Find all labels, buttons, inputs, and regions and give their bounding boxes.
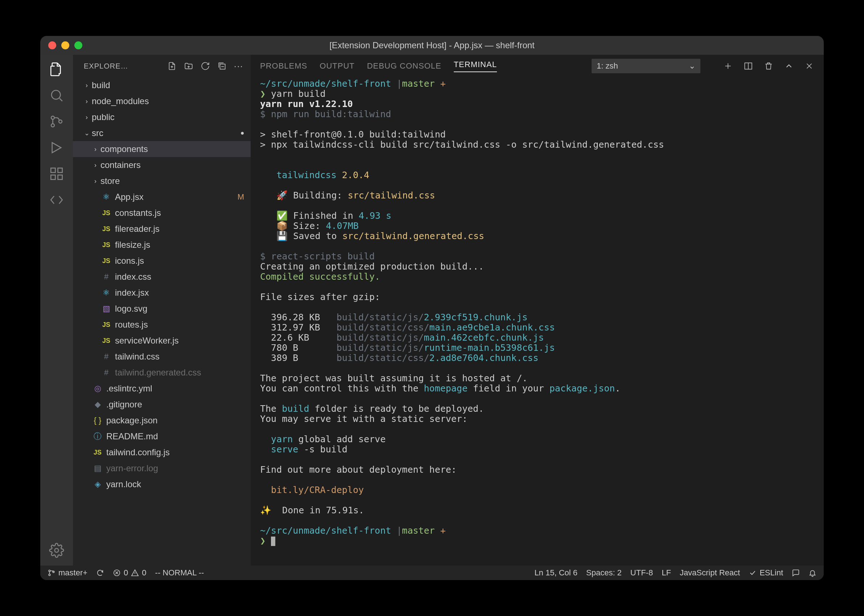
file-icon: # <box>101 272 112 281</box>
status-cursor-position[interactable]: Ln 15, Col 6 <box>534 568 577 578</box>
status-problems[interactable]: 0 0 <box>113 568 146 578</box>
activity-bar <box>40 55 73 566</box>
status-feedback-icon[interactable] <box>792 569 800 577</box>
run-debug-icon[interactable] <box>49 140 64 156</box>
file-tree[interactable]: ›build›node_modules›public⌄src•›componen… <box>73 77 251 566</box>
refresh-icon[interactable] <box>201 61 210 71</box>
tree-item-yarn-lock[interactable]: ◈yarn.lock <box>73 476 251 492</box>
explorer-sidebar: EXPLORE… ··· ›build›node_modules›public⌄… <box>73 55 251 566</box>
status-language[interactable]: JavaScript React <box>680 568 740 578</box>
main-area: EXPLORE… ··· ›build›node_modules›public⌄… <box>40 55 824 566</box>
svg-rect-6 <box>58 175 62 179</box>
tree-item-label: .gitignore <box>106 399 142 410</box>
tab-problems[interactable]: PROBLEMS <box>260 61 307 71</box>
tree-item-icons-js[interactable]: JSicons.js <box>73 253 251 269</box>
new-file-icon[interactable] <box>167 61 177 71</box>
tree-item-containers[interactable]: ›containers <box>73 157 251 173</box>
svg-point-11 <box>49 570 50 572</box>
window-title: [Extension Development Host] - App.jsx —… <box>329 40 535 50</box>
chevron-icon: ⌄ <box>82 129 92 137</box>
tree-item-index-jsx[interactable]: ⚛index.jsx <box>73 285 251 301</box>
file-icon: ◎ <box>92 384 104 393</box>
tree-item-tailwind-css[interactable]: #tailwind.css <box>73 349 251 365</box>
tab-output[interactable]: OUTPUT <box>320 61 354 71</box>
status-eol[interactable]: LF <box>661 568 671 578</box>
explorer-actions: ··· <box>167 61 243 71</box>
tree-item-src[interactable]: ⌄src• <box>73 125 251 141</box>
status-bell-icon[interactable] <box>809 569 817 577</box>
explorer-header: EXPLORE… ··· <box>73 55 251 77</box>
tree-item--gitignore[interactable]: ◆.gitignore <box>73 396 251 412</box>
chevron-icon: › <box>90 146 101 153</box>
tree-item-label: store <box>101 176 120 186</box>
chevron-down-icon: ⌄ <box>689 61 695 71</box>
explorer-title: EXPLORE… <box>84 62 167 71</box>
minimize-window-button[interactable] <box>61 41 69 49</box>
tree-item-index-css[interactable]: #index.css <box>73 269 251 285</box>
status-encoding[interactable]: UTF-8 <box>630 568 653 578</box>
more-actions-icon[interactable]: ··· <box>234 61 243 71</box>
settings-gear-icon[interactable] <box>49 542 64 558</box>
tree-item-logo-svg[interactable]: ▧logo.svg <box>73 301 251 317</box>
terminal-selector[interactable]: 1: zsh ⌄ <box>592 59 701 73</box>
tree-item-tailwind-generated-css[interactable]: #tailwind.generated.css <box>73 365 251 380</box>
editor-panel-area: PROBLEMS OUTPUT DEBUG CONSOLE TERMINAL 1… <box>251 55 824 566</box>
source-control-icon[interactable] <box>49 113 64 129</box>
remote-icon[interactable] <box>49 192 64 208</box>
tree-item-store[interactable]: ›store <box>73 173 251 189</box>
status-sync[interactable] <box>96 569 104 577</box>
extensions-icon[interactable] <box>49 166 64 182</box>
maximize-panel-icon[interactable] <box>784 61 794 71</box>
tree-item-public[interactable]: ›public <box>73 109 251 125</box>
terminal-actions <box>723 61 814 71</box>
tree-item-label: constants.js <box>115 208 161 218</box>
tree-item-label: public <box>92 112 115 122</box>
tab-terminal[interactable]: TERMINAL <box>454 60 497 72</box>
tree-item-package-json[interactable]: { }package.json <box>73 412 251 429</box>
file-icon: JS <box>101 241 112 249</box>
tree-item-app-jsx[interactable]: ⚛App.jsxM <box>73 189 251 205</box>
search-icon[interactable] <box>49 87 64 104</box>
tree-item-node-modules[interactable]: ›node_modules <box>73 93 251 109</box>
split-terminal-icon[interactable] <box>743 61 753 71</box>
tree-item--eslintrc-yml[interactable]: ◎.eslintrc.yml <box>73 380 251 396</box>
tree-item-label: logo.svg <box>115 304 147 314</box>
titlebar: [Extension Development Host] - App.jsx —… <box>40 36 824 55</box>
tree-item-build[interactable]: ›build <box>73 77 251 93</box>
close-window-button[interactable] <box>48 41 56 49</box>
svg-point-12 <box>49 574 50 576</box>
tree-item-label: index.jsx <box>115 288 149 298</box>
tree-item-filereader-js[interactable]: JSfilereader.js <box>73 221 251 237</box>
tree-item-components[interactable]: ›components <box>73 141 251 157</box>
file-icon: ⚛ <box>101 288 112 297</box>
explorer-icon[interactable] <box>49 61 64 77</box>
chevron-icon: › <box>90 178 101 185</box>
traffic-lights <box>40 41 82 49</box>
tree-item-yarn-error-log[interactable]: ▤yarn-error.log <box>73 460 251 476</box>
close-panel-icon[interactable] <box>804 61 814 71</box>
terminal-output[interactable]: ~/src/unmade/shelf-front |master + ❯ yar… <box>251 77 824 566</box>
status-branch[interactable]: master+ <box>47 568 87 578</box>
tree-item-label: node_modules <box>92 96 149 106</box>
tree-item-label: package.json <box>106 415 157 426</box>
new-terminal-icon[interactable] <box>723 61 733 71</box>
kill-terminal-icon[interactable] <box>763 61 774 71</box>
tab-debug-console[interactable]: DEBUG CONSOLE <box>367 61 441 71</box>
file-icon: ⓘ <box>92 431 104 442</box>
status-indentation[interactable]: Spaces: 2 <box>586 568 622 578</box>
tree-item-tailwind-config-js[interactable]: JStailwind.config.js <box>73 445 251 460</box>
tree-item-routes-js[interactable]: JSroutes.js <box>73 317 251 333</box>
file-icon: { } <box>92 416 104 425</box>
svg-point-8 <box>55 548 59 553</box>
chevron-icon: › <box>82 82 92 89</box>
maximize-window-button[interactable] <box>74 41 82 49</box>
file-icon: ◆ <box>92 400 104 409</box>
tree-item-serviceworker-js[interactable]: JSserviceWorker.js <box>73 333 251 349</box>
collapse-all-icon[interactable] <box>217 61 227 71</box>
tree-item-filesize-js[interactable]: JSfilesize.js <box>73 237 251 253</box>
new-folder-icon[interactable] <box>184 61 193 71</box>
svg-rect-4 <box>51 168 55 172</box>
status-eslint[interactable]: ESLint <box>749 568 783 578</box>
tree-item-readme-md[interactable]: ⓘREADME.md <box>73 429 251 445</box>
tree-item-constants-js[interactable]: JSconstants.js <box>73 205 251 221</box>
